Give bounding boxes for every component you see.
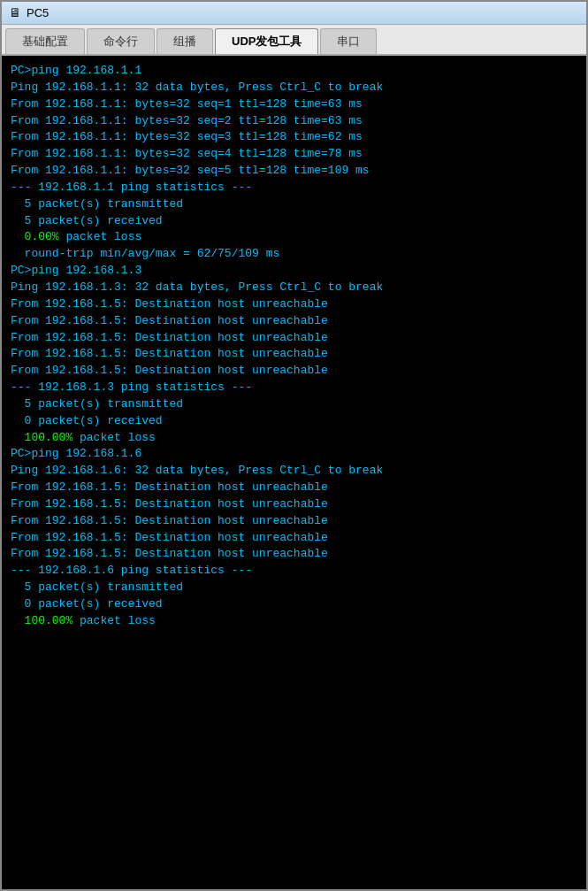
terminal-line: From 192.168.1.5: Destination host unrea… <box>11 530 577 547</box>
tab-bar: 基础配置命令行组播UDP发包工具串口 <box>2 25 586 56</box>
terminal-line: From 192.168.1.5: Destination host unrea… <box>11 313 577 330</box>
terminal-output[interactable]: PC>ping 192.168.1.1Ping 192.168.1.1: 32 … <box>2 56 586 889</box>
terminal-line: From 192.168.1.5: Destination host unrea… <box>11 330 577 347</box>
terminal-line: From 192.168.1.5: Destination host unrea… <box>11 513 577 530</box>
terminal-line: --- 192.168.1.6 ping statistics --- <box>11 563 577 580</box>
terminal-line: round-trip min/avg/max = 62/75/109 ms <box>11 246 577 263</box>
terminal-line: From 192.168.1.1: bytes=32 seq=3 ttl=128… <box>11 129 577 146</box>
terminal-line: 0.00% packet loss <box>11 229 577 246</box>
terminal-line: PC>ping 192.168.1.3 <box>11 263 577 280</box>
terminal-line: Ping 192.168.1.6: 32 data bytes, Press C… <box>11 463 577 480</box>
title-bar: 🖥 PC5 <box>2 2 586 25</box>
tab-zubo[interactable]: 组播 <box>157 28 213 54</box>
terminal-line: 0 packet(s) received <box>11 596 577 613</box>
tab-udpfabao[interactable]: UDP发包工具 <box>215 28 318 54</box>
terminal-line: From 192.168.1.5: Destination host unrea… <box>11 346 577 363</box>
terminal-line: Ping 192.168.1.3: 32 data bytes, Press C… <box>11 280 577 296</box>
terminal-line: 5 packet(s) received <box>11 213 577 230</box>
terminal-line: --- 192.168.1.1 ping statistics --- <box>11 180 577 196</box>
terminal-line: From 192.168.1.1: bytes=32 seq=4 ttl=128… <box>11 146 577 163</box>
terminal-line: 0 packet(s) received <box>11 413 577 430</box>
window-title: PC5 <box>27 6 49 19</box>
tab-chuankou[interactable]: 串口 <box>320 28 377 54</box>
terminal-line: From 192.168.1.5: Destination host unrea… <box>11 480 577 496</box>
terminal-line: PC>ping 192.168.1.1 <box>11 63 577 80</box>
terminal-line: 100.00% packet loss <box>11 613 577 630</box>
terminal-line: From 192.168.1.5: Destination host unrea… <box>11 363 577 380</box>
terminal-line: From 192.168.1.5: Destination host unrea… <box>11 496 577 513</box>
terminal-line: From 192.168.1.1: bytes=32 seq=2 ttl=128… <box>11 113 577 130</box>
tab-mingling[interactable]: 命令行 <box>87 28 155 54</box>
terminal-line: From 192.168.1.5: Destination host unrea… <box>11 296 577 313</box>
terminal-line: 5 packet(s) transmitted <box>11 196 577 213</box>
terminal-line: 100.00% packet loss <box>11 430 577 447</box>
window-icon: 🖥 <box>9 6 21 20</box>
terminal-line: --- 192.168.1.3 ping statistics --- <box>11 380 577 396</box>
tab-jichupeizhi[interactable]: 基础配置 <box>5 28 85 54</box>
terminal-line: From 192.168.1.5: Destination host unrea… <box>11 546 577 563</box>
terminal-line: 5 packet(s) transmitted <box>11 580 577 596</box>
terminal-line: 5 packet(s) transmitted <box>11 396 577 413</box>
main-window: 🖥 PC5 基础配置命令行组播UDP发包工具串口 PC>ping 192.168… <box>0 0 588 891</box>
terminal-line: From 192.168.1.1: bytes=32 seq=5 ttl=128… <box>11 163 577 180</box>
terminal-line: Ping 192.168.1.1: 32 data bytes, Press C… <box>11 80 577 96</box>
terminal-line: PC>ping 192.168.1.6 <box>11 446 577 463</box>
terminal-line: From 192.168.1.1: bytes=32 seq=1 ttl=128… <box>11 96 577 113</box>
